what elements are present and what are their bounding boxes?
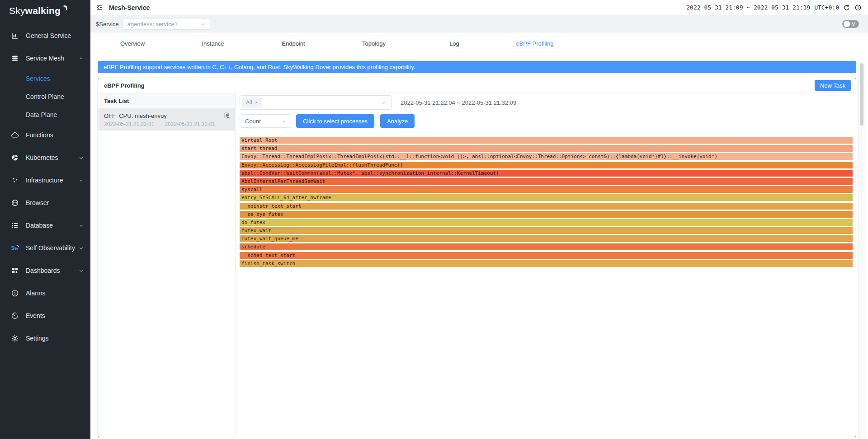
flame-frame-sched-text-start[interactable]: __sched_text_start	[240, 252, 853, 259]
sidebar-item-label: Alarms	[26, 290, 84, 297]
sidebar-item-label: Dashboards	[26, 267, 78, 274]
scrollbar-thumb[interactable]	[860, 63, 863, 126]
globe-icon	[11, 199, 19, 207]
flame-frame-absl-condvar-waitcommon-absl-mutex-absl-[interactable]: absl::CondVar::WaitCommon(absl::Mutex*, …	[240, 170, 853, 177]
task-start-time: 2022-05-31 21:22:01	[104, 121, 154, 127]
refresh-icon[interactable]	[843, 4, 850, 11]
flame-frame-futex-wait-queue-me[interactable]: futex_wait_queue_me	[240, 235, 853, 242]
chevron-down-icon	[200, 21, 206, 27]
task-time-range: 2022-05-31 21:22:04 ~ 2022-05-31 21:32:0…	[401, 99, 516, 106]
sidebar-item-general-service[interactable]: General Service	[0, 24, 90, 47]
task-dates: 2022-05-31 21:22:01 2022-05-31 21:32:01	[104, 121, 231, 127]
sw-icon: Sw	[11, 244, 19, 252]
flame-frame-envoy-accesslog-accesslogfileimpl-flusht[interactable]: Envoy::AccessLog::AccessLogFileImpl::flu…	[240, 162, 853, 168]
filter-row: All 2022-05-31 21:22:04 ~ 2022-05-31 21:…	[240, 95, 853, 110]
sidebar-item-control-plane[interactable]: Control Plane	[0, 88, 90, 106]
sidebar-item-label: Self Observability	[26, 244, 78, 252]
flame-frame-virtual-root[interactable]: Virtual Root	[240, 137, 853, 144]
task-detail-icon[interactable]	[223, 112, 231, 119]
task-list-header: Task List	[98, 93, 235, 109]
tab-log[interactable]: Log	[414, 40, 495, 47]
tag-remove-icon[interactable]	[254, 100, 259, 105]
tab-ebpf-profiling[interactable]: eBPF Profiling	[495, 40, 575, 47]
skywalking-logo[interactable]: Skywalking	[0, 0, 90, 24]
sidebar-item-functions[interactable]: Functions	[0, 124, 90, 146]
panel-title: eBPF Profiling	[104, 82, 815, 89]
service-select-value: agentless::service1	[127, 21, 200, 28]
sidebar: Skywalking General ServiceService MeshSe…	[0, 0, 90, 439]
tab-instance[interactable]: Instance	[173, 40, 253, 47]
k8s-icon	[11, 154, 19, 162]
version-toggle[interactable]: V	[842, 20, 859, 28]
sidebar-item-label: Data Plane	[26, 111, 84, 118]
sidebar-item-label: Browser	[26, 199, 84, 206]
analyze-button[interactable]: Analyze	[380, 114, 415, 128]
flame-frame-schedule[interactable]: schedule	[240, 243, 853, 250]
chevron-down-icon	[381, 100, 387, 106]
sidebar-item-dashboards[interactable]: Dashboards	[0, 259, 90, 282]
flame-frame-entry-syscall-64-after-hwframe[interactable]: entry_SYSCALL_64_after_hwframe	[240, 194, 853, 201]
sidebar-item-settings[interactable]: Settings	[0, 327, 90, 350]
top-header: Mesh-Service 2022-05-31 21:09 ~ 2022-05-…	[90, 0, 868, 15]
task-list-item[interactable]: OFF_CPU: mesh-envoy 2022-05-31 21:22:01 …	[98, 109, 235, 131]
sidebar-item-data-plane[interactable]: Data Plane	[0, 106, 90, 124]
service-select[interactable]: agentless::service1	[123, 18, 210, 30]
layers-icon	[11, 54, 19, 62]
sidebar-item-label: Kubernetes	[26, 154, 78, 161]
service-variable-label: $Service	[96, 21, 119, 28]
sidebar-item-service-mesh[interactable]: Service Mesh	[0, 47, 90, 70]
ebpf-profiling-panel: eBPF Profiling New Task Task List OFF_CP…	[98, 78, 856, 437]
flame-frame-do-futex[interactable]: do_futex	[240, 219, 853, 226]
chevron-down-icon	[78, 268, 84, 274]
chart-icon	[11, 32, 19, 40]
tab-endpoint[interactable]: Endpoint	[253, 40, 334, 47]
task-end-time: 2022-05-31 21:32:01	[165, 121, 215, 127]
task-name: OFF_CPU: mesh-envoy	[104, 112, 223, 119]
sidebar-item-label: Settings	[26, 335, 84, 342]
aggregation-value: Count	[245, 118, 281, 125]
tab-topology[interactable]: Topology	[334, 40, 414, 47]
chevron-down-icon	[78, 245, 84, 251]
sidebar-item-kubernetes[interactable]: Kubernetes	[0, 146, 90, 169]
sidebar-item-events[interactable]: Events	[0, 304, 90, 327]
flame-frame-envoy-thread-threadimplposix-threadimplp[interactable]: Envoy::Thread::ThreadImplPosix::ThreadIm…	[240, 153, 853, 160]
info-icon[interactable]	[854, 4, 862, 11]
flame-frame-abslinternalperthreadsemwait[interactable]: AbslInternalPerThreadSemWait	[240, 178, 853, 185]
process-filter-select[interactable]: All	[240, 95, 392, 110]
sidebar-menu: General ServiceService MeshServicesContr…	[0, 24, 90, 350]
flame-frame-finish-task-switch[interactable]: finish_task_switch	[240, 260, 853, 267]
dashboard-tabs: OverviewInstanceEndpointTopologyLogeBPF …	[90, 33, 868, 55]
aggregation-select[interactable]: Count	[240, 114, 291, 128]
sidebar-item-self-observability[interactable]: SwSelf Observability	[0, 237, 90, 259]
flame-frame-futex-wait[interactable]: futex_wait	[240, 227, 853, 234]
new-task-button[interactable]: New Task	[815, 80, 851, 91]
panel-body: Task List OFF_CPU: mesh-envoy 2022-05-31…	[98, 93, 856, 437]
tag-label: All	[246, 99, 252, 106]
chevron-up-icon	[78, 56, 84, 61]
tab-overview[interactable]: Overview	[92, 40, 173, 47]
select-processes-button[interactable]: Click to select processes	[296, 114, 374, 128]
chevron-down-icon	[78, 155, 84, 161]
panel-header: eBPF Profiling New Task	[98, 78, 856, 93]
flame-frame-noinstr-text-start[interactable]: __noinstr_text_start	[240, 203, 853, 210]
flame-frame-syscall[interactable]: syscall	[240, 186, 853, 193]
sidebar-item-infrastructure[interactable]: Infrastructure	[0, 169, 90, 191]
action-row: Count Click to select processes Analyze	[240, 114, 853, 128]
cloud-icon	[11, 131, 19, 139]
sidebar-item-label: Events	[26, 312, 84, 319]
gear-icon	[11, 334, 19, 342]
flame-frame-se-sys-futex[interactable]: __se_sys_futex	[240, 211, 853, 218]
sidebar-item-database[interactable]: Database	[0, 214, 90, 237]
sidebar-item-browser[interactable]: Browser	[0, 191, 90, 214]
vertical-scrollbar[interactable]	[858, 61, 865, 439]
banner-text: eBPF Profiling support services written …	[104, 64, 415, 70]
sidebar-item-alarms[interactable]: Alarms	[0, 282, 90, 304]
sidebar-item-label: General Service	[26, 32, 84, 39]
dots-icon	[11, 176, 19, 184]
toggle-label: V	[852, 21, 855, 27]
flame-graph: Virtual Rootstart_threadEnvoy::Thread::T…	[240, 137, 853, 267]
menu-fold-icon[interactable]	[96, 4, 104, 11]
flame-frame-start-thread[interactable]: start_thread	[240, 145, 853, 152]
analysis-column: All 2022-05-31 21:22:04 ~ 2022-05-31 21:…	[236, 93, 856, 437]
sidebar-item-services[interactable]: Services	[0, 70, 90, 88]
